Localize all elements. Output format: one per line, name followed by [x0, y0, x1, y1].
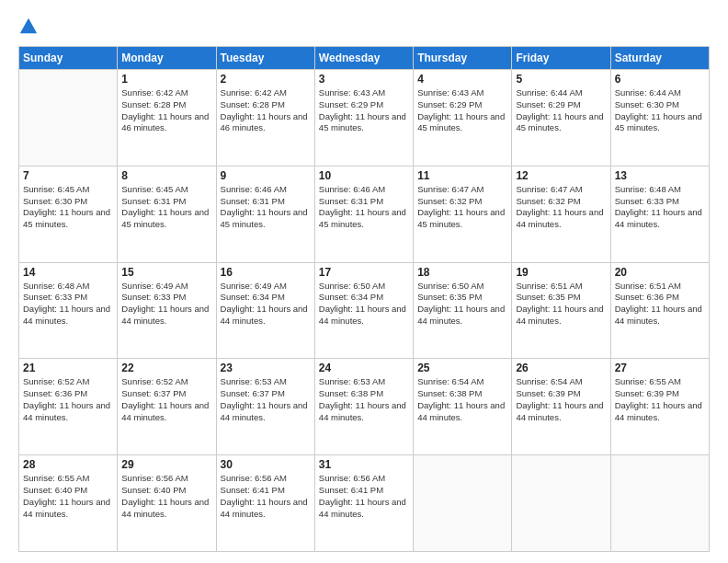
- day-number: 28: [23, 458, 113, 471]
- day-cell: 3Sunrise: 6:43 AM Sunset: 6:29 PM Daylig…: [314, 70, 413, 167]
- day-cell: 23Sunrise: 6:53 AM Sunset: 6:37 PM Dayli…: [216, 359, 314, 455]
- weekday-header-sunday: Sunday: [19, 47, 118, 70]
- day-number: 24: [319, 362, 409, 374]
- day-number: 26: [516, 362, 606, 374]
- day-number: 29: [121, 458, 211, 471]
- weekday-header-thursday: Thursday: [414, 47, 512, 70]
- day-cell: 10Sunrise: 6:46 AM Sunset: 6:31 PM Dayli…: [314, 166, 413, 262]
- weekday-header-monday: Monday: [118, 47, 216, 70]
- calendar-table: SundayMondayTuesdayWednesdayThursdayFrid…: [18, 46, 710, 552]
- day-info: Sunrise: 6:50 AM Sunset: 6:34 PM Dayligh…: [319, 281, 409, 327]
- weekday-header-wednesday: Wednesday: [314, 47, 413, 70]
- weekday-header-friday: Friday: [512, 47, 610, 70]
- day-number: 16: [221, 266, 311, 279]
- day-cell: 15Sunrise: 6:49 AM Sunset: 6:33 PM Dayli…: [118, 262, 216, 359]
- day-cell: 20Sunrise: 6:51 AM Sunset: 6:36 PM Dayli…: [610, 262, 709, 359]
- week-row-1: 7Sunrise: 6:45 AM Sunset: 6:30 PM Daylig…: [19, 166, 710, 262]
- day-number: 3: [319, 73, 409, 86]
- day-cell: [610, 455, 709, 552]
- day-info: Sunrise: 6:49 AM Sunset: 6:33 PM Dayligh…: [121, 281, 211, 327]
- day-info: Sunrise: 6:54 AM Sunset: 6:39 PM Dayligh…: [516, 376, 606, 423]
- day-cell: 11Sunrise: 6:47 AM Sunset: 6:32 PM Dayli…: [414, 166, 512, 262]
- day-cell: 28Sunrise: 6:55 AM Sunset: 6:40 PM Dayli…: [19, 455, 118, 552]
- day-number: 6: [615, 73, 705, 86]
- day-info: Sunrise: 6:52 AM Sunset: 6:37 PM Dayligh…: [121, 376, 211, 423]
- day-cell: 4Sunrise: 6:43 AM Sunset: 6:29 PM Daylig…: [414, 70, 512, 167]
- weekday-header-row: SundayMondayTuesdayWednesdayThursdayFrid…: [19, 47, 710, 70]
- day-cell: 17Sunrise: 6:50 AM Sunset: 6:34 PM Dayli…: [314, 262, 413, 359]
- day-info: Sunrise: 6:55 AM Sunset: 6:39 PM Dayligh…: [615, 376, 705, 423]
- day-cell: 7Sunrise: 6:45 AM Sunset: 6:30 PM Daylig…: [19, 166, 118, 262]
- day-number: 9: [221, 169, 311, 182]
- day-cell: 5Sunrise: 6:44 AM Sunset: 6:29 PM Daylig…: [512, 70, 610, 167]
- day-info: Sunrise: 6:45 AM Sunset: 6:30 PM Dayligh…: [23, 184, 113, 231]
- logo-icon: [18, 17, 39, 37]
- day-number: 13: [615, 169, 705, 182]
- day-number: 25: [417, 362, 507, 374]
- day-cell: 13Sunrise: 6:48 AM Sunset: 6:33 PM Dayli…: [610, 166, 709, 262]
- day-number: 22: [121, 362, 211, 374]
- day-cell: 6Sunrise: 6:44 AM Sunset: 6:30 PM Daylig…: [610, 70, 709, 167]
- day-cell: 25Sunrise: 6:54 AM Sunset: 6:38 PM Dayli…: [414, 359, 512, 455]
- day-info: Sunrise: 6:54 AM Sunset: 6:38 PM Dayligh…: [417, 376, 507, 423]
- day-info: Sunrise: 6:44 AM Sunset: 6:30 PM Dayligh…: [615, 87, 705, 134]
- day-number: 30: [221, 458, 311, 471]
- day-cell: 12Sunrise: 6:47 AM Sunset: 6:32 PM Dayli…: [512, 166, 610, 262]
- day-number: 27: [615, 362, 705, 374]
- day-info: Sunrise: 6:56 AM Sunset: 6:41 PM Dayligh…: [221, 473, 311, 520]
- week-row-4: 28Sunrise: 6:55 AM Sunset: 6:40 PM Dayli…: [19, 455, 710, 552]
- day-info: Sunrise: 6:56 AM Sunset: 6:40 PM Dayligh…: [121, 473, 211, 520]
- day-cell: 16Sunrise: 6:49 AM Sunset: 6:34 PM Dayli…: [216, 262, 314, 359]
- day-number: 17: [319, 266, 409, 279]
- day-cell: 19Sunrise: 6:51 AM Sunset: 6:35 PM Dayli…: [512, 262, 610, 359]
- day-cell: 30Sunrise: 6:56 AM Sunset: 6:41 PM Dayli…: [216, 455, 314, 552]
- day-number: 4: [417, 73, 507, 86]
- day-cell: 21Sunrise: 6:52 AM Sunset: 6:36 PM Dayli…: [19, 359, 118, 455]
- week-row-2: 14Sunrise: 6:48 AM Sunset: 6:33 PM Dayli…: [19, 262, 710, 359]
- day-info: Sunrise: 6:46 AM Sunset: 6:31 PM Dayligh…: [221, 184, 311, 231]
- day-cell: [414, 455, 512, 552]
- day-info: Sunrise: 6:55 AM Sunset: 6:40 PM Dayligh…: [23, 473, 113, 520]
- day-number: 7: [23, 169, 113, 182]
- day-info: Sunrise: 6:45 AM Sunset: 6:31 PM Dayligh…: [121, 184, 211, 231]
- day-info: Sunrise: 6:47 AM Sunset: 6:32 PM Dayligh…: [417, 184, 507, 231]
- day-info: Sunrise: 6:48 AM Sunset: 6:33 PM Dayligh…: [615, 184, 705, 231]
- day-info: Sunrise: 6:43 AM Sunset: 6:29 PM Dayligh…: [417, 87, 507, 134]
- day-number: 1: [121, 73, 211, 86]
- day-number: 21: [23, 362, 113, 374]
- day-cell: 14Sunrise: 6:48 AM Sunset: 6:33 PM Dayli…: [19, 262, 118, 359]
- day-cell: 26Sunrise: 6:54 AM Sunset: 6:39 PM Dayli…: [512, 359, 610, 455]
- day-cell: 9Sunrise: 6:46 AM Sunset: 6:31 PM Daylig…: [216, 166, 314, 262]
- day-number: 11: [417, 169, 507, 182]
- day-info: Sunrise: 6:52 AM Sunset: 6:36 PM Dayligh…: [23, 376, 113, 423]
- day-cell: 18Sunrise: 6:50 AM Sunset: 6:35 PM Dayli…: [414, 262, 512, 359]
- day-info: Sunrise: 6:42 AM Sunset: 6:28 PM Dayligh…: [121, 87, 211, 134]
- day-number: 14: [23, 266, 113, 279]
- day-info: Sunrise: 6:43 AM Sunset: 6:29 PM Dayligh…: [319, 87, 409, 134]
- logo: [18, 17, 42, 37]
- day-info: Sunrise: 6:53 AM Sunset: 6:37 PM Dayligh…: [221, 376, 311, 423]
- day-info: Sunrise: 6:50 AM Sunset: 6:35 PM Dayligh…: [417, 281, 507, 327]
- day-info: Sunrise: 6:49 AM Sunset: 6:34 PM Dayligh…: [221, 281, 311, 327]
- day-number: 5: [516, 73, 606, 86]
- day-cell: 29Sunrise: 6:56 AM Sunset: 6:40 PM Dayli…: [118, 455, 216, 552]
- day-cell: 31Sunrise: 6:56 AM Sunset: 6:41 PM Dayli…: [314, 455, 413, 552]
- day-cell: 8Sunrise: 6:45 AM Sunset: 6:31 PM Daylig…: [118, 166, 216, 262]
- day-cell: [512, 455, 610, 552]
- page: SundayMondayTuesdayWednesdayThursdayFrid…: [0, 0, 728, 563]
- day-info: Sunrise: 6:44 AM Sunset: 6:29 PM Dayligh…: [516, 87, 606, 134]
- header: [18, 17, 710, 37]
- day-number: 15: [121, 266, 211, 279]
- day-cell: 1Sunrise: 6:42 AM Sunset: 6:28 PM Daylig…: [118, 70, 216, 167]
- weekday-header-tuesday: Tuesday: [216, 47, 314, 70]
- day-number: 10: [319, 169, 409, 182]
- day-info: Sunrise: 6:46 AM Sunset: 6:31 PM Dayligh…: [319, 184, 409, 231]
- day-cell: 24Sunrise: 6:53 AM Sunset: 6:38 PM Dayli…: [314, 359, 413, 455]
- day-info: Sunrise: 6:51 AM Sunset: 6:35 PM Dayligh…: [516, 281, 606, 327]
- weekday-header-saturday: Saturday: [610, 47, 709, 70]
- day-number: 18: [417, 266, 507, 279]
- day-info: Sunrise: 6:51 AM Sunset: 6:36 PM Dayligh…: [615, 281, 705, 327]
- day-number: 12: [516, 169, 606, 182]
- day-number: 2: [221, 73, 311, 86]
- day-number: 23: [221, 362, 311, 374]
